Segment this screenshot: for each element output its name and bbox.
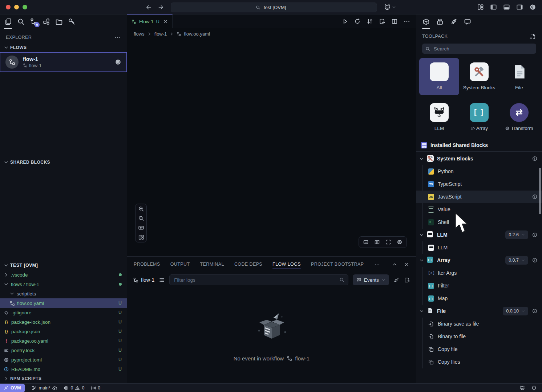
- extensions-tab-button[interactable]: [435, 17, 445, 26]
- activity-search-button[interactable]: [16, 17, 25, 26]
- file-tree-item[interactable]: !package.oo.yamlU: [0, 336, 127, 346]
- block-item-typescript[interactable]: TSTypeScript: [416, 178, 542, 191]
- version-dropdown[interactable]: 0.0.10: [503, 307, 528, 315]
- block-item-llm[interactable]: LLM: [416, 241, 542, 254]
- info-icon[interactable]: [532, 156, 538, 162]
- more-tabs-icon[interactable]: [374, 261, 380, 267]
- new-file-icon[interactable]: [530, 33, 536, 40]
- file-tree-item[interactable]: .gitignoreU: [0, 308, 127, 317]
- mascot-icon[interactable]: [519, 385, 525, 391]
- export-logs-icon[interactable]: [404, 277, 410, 283]
- ovm-status-badge[interactable]: OVM: [0, 384, 25, 392]
- activity-blocks-button[interactable]: [41, 17, 51, 26]
- deploy-tab-button[interactable]: [449, 17, 458, 26]
- chat-tab-button[interactable]: [463, 17, 472, 26]
- editor-tab-flow-1[interactable]: Flow 1 U: [127, 15, 173, 28]
- git-branch-status[interactable]: main*: [32, 385, 57, 391]
- flow-canvas[interactable]: [127, 39, 416, 256]
- block-item-binary-save-as-file[interactable]: Binary save as file: [416, 318, 542, 330]
- toolpack-category-all[interactable]: All: [419, 58, 459, 95]
- canvas-settings-gear-icon[interactable]: [397, 239, 403, 245]
- more-actions-icon[interactable]: [404, 18, 410, 25]
- activity-explorer-button[interactable]: [3, 17, 13, 26]
- file-tree-item[interactable]: poetry.lockU: [0, 346, 127, 355]
- block-group-header[interactable]: LLM 0.2.6: [416, 229, 542, 241]
- panel-tab-output[interactable]: OUTPUT: [170, 257, 190, 272]
- breadcrumb-item[interactable]: flow.oo.yaml: [184, 31, 210, 37]
- activity-flows-button[interactable]: 9: [29, 17, 38, 26]
- back-icon[interactable]: [145, 4, 152, 11]
- version-dropdown[interactable]: 0.0.7: [505, 256, 528, 265]
- forward-icon[interactable]: [158, 4, 164, 11]
- fullscreen-icon[interactable]: [385, 239, 391, 245]
- file-tree-item[interactable]: pyproject.tomlU: [0, 355, 127, 364]
- activity-folder-button[interactable]: [54, 17, 64, 26]
- block-item-value[interactable]: Value: [416, 203, 542, 216]
- flow-logs-flow-selector[interactable]: flow-1: [133, 277, 154, 283]
- block-item-copy-file[interactable]: Copy file: [416, 343, 542, 356]
- zoom-in-icon[interactable]: [138, 206, 144, 212]
- window-search-bar[interactable]: [171, 3, 377, 12]
- filter-logs-input[interactable]: [173, 277, 336, 283]
- fit-view-icon[interactable]: [138, 225, 144, 231]
- close-window-button[interactable]: [6, 5, 11, 9]
- npm-scripts-section-header[interactable]: NPM SCRIPTS: [0, 374, 127, 383]
- zoom-out-icon[interactable]: [138, 215, 144, 221]
- toolpack-category-transform[interactable]: Transform: [499, 99, 539, 136]
- info-icon[interactable]: [532, 194, 538, 200]
- file-tree-item[interactable]: {}package.jsonU: [0, 327, 127, 336]
- block-group-header[interactable]: System Blocks: [416, 152, 542, 165]
- block-group-header[interactable]: File 0.0.10: [416, 305, 542, 318]
- breadcrumb-item[interactable]: flow-1: [154, 31, 167, 37]
- ports-status[interactable]: 0: [91, 385, 100, 391]
- maximize-panel-icon[interactable]: [392, 262, 397, 267]
- split-editor-icon[interactable]: [391, 18, 398, 25]
- scrollbar-thumb[interactable]: [539, 168, 541, 214]
- file-tree-item[interactable]: scriptlets: [0, 289, 127, 298]
- block-item-iter-args[interactable]: [x]Iter Args: [416, 267, 542, 279]
- info-icon[interactable]: [532, 232, 538, 238]
- compare-flow-icon[interactable]: [367, 18, 373, 25]
- layout-grid-icon[interactable]: [477, 4, 484, 11]
- panel-tab-terminal[interactable]: TERMINAL: [200, 257, 224, 272]
- panel-bottom-icon[interactable]: [503, 4, 510, 11]
- block-item-shell[interactable]: >_Shell: [416, 216, 542, 229]
- block-item-python[interactable]: Python: [416, 165, 542, 178]
- minimize-window-button[interactable]: [14, 5, 19, 9]
- toolpack-tab-button[interactable]: [421, 17, 431, 26]
- file-tree-item[interactable]: {}package-lock.jsonU: [0, 317, 127, 327]
- toolpack-search-input[interactable]: [433, 46, 533, 52]
- file-tree-item[interactable]: .vscode: [0, 270, 127, 279]
- flow-settings-gear-icon[interactable]: [115, 59, 121, 65]
- shared-blocks-section-header[interactable]: SHARED BLOCKS: [0, 158, 127, 167]
- close-panel-icon[interactable]: [404, 262, 409, 267]
- block-item-javascript[interactable]: JSJavaScript: [416, 191, 542, 203]
- file-tree-item[interactable]: README.mdU: [0, 364, 127, 374]
- toggle-panel-icon[interactable]: [363, 239, 369, 245]
- info-icon[interactable]: [532, 257, 538, 263]
- panel-tab-project-bootstrap[interactable]: PROJECT BOOTSTRAP: [311, 257, 364, 272]
- activity-keys-button[interactable]: [67, 17, 76, 26]
- flow-list-item[interactable]: flow-1 flow-1: [0, 52, 127, 72]
- more-actions-icon[interactable]: [114, 34, 121, 41]
- toolpack-category-array[interactable]: [ ]Array: [459, 99, 499, 136]
- problems-status[interactable]: 0 0: [64, 385, 84, 391]
- auto-layout-icon[interactable]: [138, 234, 144, 240]
- assistant-menu[interactable]: [384, 4, 396, 11]
- flows-section-header[interactable]: FLOWS: [0, 43, 127, 52]
- rerun-flow-icon[interactable]: [354, 18, 361, 25]
- panel-tab-code-deps[interactable]: CODE DEPS: [234, 257, 262, 272]
- minimap-icon[interactable]: [374, 239, 380, 245]
- block-item-filter[interactable]: [ ]Filter: [416, 279, 542, 292]
- run-flow-icon[interactable]: [342, 18, 348, 25]
- bell-icon[interactable]: [531, 385, 537, 391]
- file-tree-item[interactable]: flows / flow-1: [0, 279, 127, 289]
- version-dropdown[interactable]: 0.2.6: [505, 230, 528, 239]
- info-icon[interactable]: [532, 308, 538, 314]
- duplicate-file-icon[interactable]: [379, 18, 385, 25]
- settings-gear-icon[interactable]: [529, 4, 536, 11]
- panel-left-icon[interactable]: [490, 4, 497, 11]
- breadcrumb-item[interactable]: flows: [134, 31, 145, 37]
- project-section-header[interactable]: TEST [OVM]: [0, 261, 127, 270]
- toolpack-category-file[interactable]: File: [499, 58, 539, 95]
